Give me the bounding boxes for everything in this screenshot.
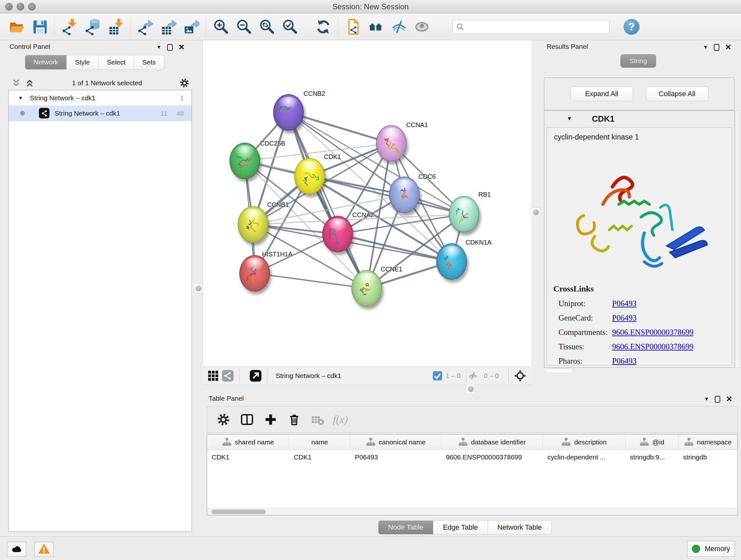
network-node-ccna1[interactable] [376,125,407,162]
zoom-in-icon[interactable] [212,17,230,36]
float-panel-icon[interactable] [167,44,173,51]
network-edge[interactable] [255,273,367,288]
tab-sets[interactable]: Sets [134,55,164,70]
export-image-icon[interactable] [182,17,200,36]
table-cell[interactable]: stringdb [678,450,738,464]
left-splitter-handle[interactable] [193,284,203,293]
tab-network[interactable]: Network [25,55,67,70]
bottom-splitter-handle[interactable] [466,384,475,394]
expand-all-icon[interactable] [24,78,35,88]
column-header-description[interactable]: description [543,435,625,449]
first-neighbors-icon[interactable] [367,17,385,36]
gene-expander-icon[interactable]: ▼ [567,116,572,122]
selected-checkbox-icon[interactable] [432,371,443,381]
export-network-icon[interactable] [136,17,154,36]
network-node-ccnb2[interactable] [273,94,304,131]
import-network-from-database-icon[interactable] [83,17,102,36]
import-table-from-file-icon[interactable] [106,17,125,36]
detach-view-icon[interactable] [249,369,262,382]
tab-node-table[interactable]: Node Table [378,520,433,535]
network-node-cdc6[interactable] [389,177,420,213]
export-network-to-file-icon[interactable] [344,17,362,36]
network-overview-icon[interactable] [221,369,234,382]
table-cell[interactable]: 9606.ENSP00000378699 [441,450,543,464]
column-header-namespace[interactable]: namespace [678,435,738,449]
fit-content-icon[interactable] [258,17,276,36]
table-horizontal-scrollbar[interactable] [207,508,738,515]
network-collection-row[interactable]: ▼ String Network – cdk1 1 [9,90,192,106]
crosslink-link[interactable]: P06493 [612,299,636,308]
network-node-ccne1[interactable] [351,270,382,307]
network-node-ccnb1[interactable] [238,206,268,243]
import-network-from-file-icon[interactable] [60,17,79,36]
float-panel-icon[interactable] [715,396,720,402]
results-horizontal-scrollbar[interactable] [545,368,573,373]
tab-select[interactable]: Select [98,55,134,70]
tab-style[interactable]: Style [67,55,98,70]
network-node-hist1h1a[interactable] [239,255,270,292]
network-view-canvas[interactable]: CCNB2CCNA1CDC25BCDK1CDC6RB1CCNB1CCNA2CDK… [202,40,531,367]
network-edge[interactable] [288,112,391,143]
tab-edge-table[interactable]: Edge Table [433,520,488,535]
search-field[interactable] [453,20,610,34]
column-header--id[interactable]: @id [625,435,679,449]
close-panel-icon[interactable]: ✕ [726,395,732,403]
tab-string[interactable]: String [620,54,656,68]
network-node-cdc25b[interactable] [229,143,260,179]
expand-all-button[interactable]: Expand All [570,86,633,101]
table-cell[interactable]: CDK1 [289,450,350,464]
network-options-gear-icon[interactable] [179,78,190,88]
hide-graphics-details-icon[interactable] [390,17,408,36]
close-panel-icon[interactable]: ✕ [725,44,731,51]
network-node-ccna2[interactable] [322,216,353,252]
table-cell[interactable]: P06493 [350,450,441,464]
close-panel-icon[interactable]: ✕ [179,44,185,51]
warnings-button[interactable] [35,542,54,557]
network-edge[interactable] [288,112,367,288]
zoom-selected-icon[interactable] [280,17,299,36]
column-header-canonical-name[interactable]: canonical name [350,435,441,449]
network-node-cdk1[interactable] [294,158,325,194]
network-node-cdkn1a[interactable] [436,243,467,280]
collapse-all-button[interactable]: Collapse All [646,86,709,101]
open-session-icon[interactable] [8,17,26,36]
panel-menu-icon[interactable]: ▼ [703,44,708,50]
show-grid-icon[interactable] [207,369,219,382]
table-row[interactable]: CDK1CDK1P064939606.ENSP00000378699cyclin… [207,450,738,464]
export-table-icon[interactable] [159,17,178,36]
search-input[interactable] [464,21,606,33]
panel-menu-icon[interactable]: ▼ [704,396,709,402]
panel-menu-icon[interactable]: ▼ [156,44,161,50]
table-cell[interactable]: cyclin-dependent ... [543,450,625,464]
table-options-gear-icon[interactable] [216,412,231,427]
results-vertical-scrollbar[interactable] [735,111,740,368]
table-cell[interactable]: stringdb:9... [625,450,679,464]
crosslink-link[interactable]: 9606.ENSP00000378699 [612,328,693,337]
column-header-shared-name[interactable]: shared name [207,435,289,449]
tab-network-table[interactable]: Network Table [488,520,552,535]
delete-column-icon[interactable] [287,412,301,427]
network-row[interactable]: String Network – cdk1 11 48 [9,106,192,121]
node-table[interactable]: shared namenamecanonical namedatabase id… [207,434,738,515]
float-panel-icon[interactable] [714,44,719,51]
show-columns-icon[interactable] [240,412,254,427]
crosslink-link[interactable]: P06493 [612,314,636,322]
birds-eye-view-icon[interactable] [514,369,527,382]
refresh-view-icon[interactable] [314,17,333,36]
table-cell[interactable]: CDK1 [207,450,289,464]
help-icon[interactable]: ? [623,19,639,35]
automation-cloud-button[interactable] [7,542,26,557]
save-session-icon[interactable] [30,17,49,36]
column-header-database-identifier[interactable]: database identifier [441,435,543,449]
crosslink-link[interactable]: P06493 [612,357,636,366]
zoom-out-icon[interactable] [234,17,253,36]
right-splitter-handle[interactable] [531,207,541,217]
show-graphics-details-icon[interactable] [413,17,431,36]
collapse-all-icon[interactable] [11,78,22,88]
network-node-rb1[interactable] [449,196,479,233]
collection-expander-icon[interactable]: ▼ [18,95,23,101]
crosslink-link[interactable]: 9606.ENSP00000378699 [612,342,693,351]
memory-button[interactable]: Memory [687,541,735,557]
create-column-icon[interactable] [263,412,278,427]
column-header-name[interactable]: name [289,435,350,449]
